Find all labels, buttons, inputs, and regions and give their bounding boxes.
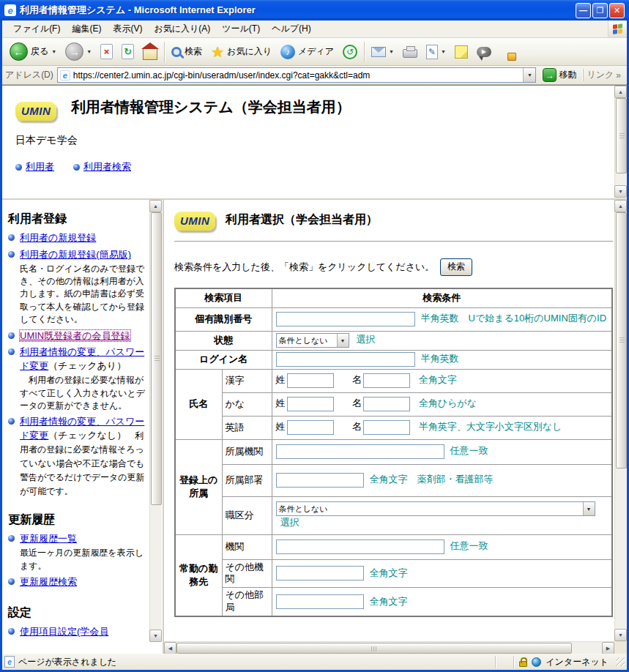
bullet-icon	[8, 348, 15, 355]
close-button[interactable]: ✕	[609, 3, 625, 18]
sub-label-workplace-institution: 機関	[222, 534, 272, 559]
job-category-select[interactable]: 条件としない▼	[276, 501, 595, 516]
other-institution-input[interactable]	[276, 566, 364, 580]
address-dropdown-button[interactable]: ▼	[523, 68, 535, 82]
scroll-down-button[interactable]: ▼	[614, 629, 627, 641]
menu-edit[interactable]: 編集(E)	[67, 20, 106, 37]
links-chevron-icon: »	[616, 70, 621, 81]
status-select-link[interactable]: 選択	[356, 334, 375, 345]
table-row: 英語 姓 名 半角英字、大文字小文字区別なし	[175, 416, 612, 439]
status-select[interactable]: 条件としない▼	[276, 333, 349, 348]
scroll-down-button[interactable]: ▼	[614, 185, 627, 198]
affiliation-department-input[interactable]	[276, 473, 364, 488]
menu-file[interactable]: ファイル(F)	[8, 20, 65, 37]
english-givenname-input[interactable]	[363, 420, 410, 435]
scrollbar-thumb[interactable]	[176, 643, 572, 654]
sidebar-frame: 利用者登録 利用者の新規登録 利用者の新規登録(簡易版) 氏名・ログイン名のみで…	[2, 200, 162, 654]
window-title: 利用者情報管理システム - Microsoft Internet Explore…	[20, 4, 576, 17]
mail-button[interactable]: ▼	[367, 40, 398, 64]
go-arrow-icon: →	[543, 68, 557, 82]
menu-bar: ファイル(F) 編集(E) 表示(V) お気に入り(A) ツール(T) ヘルプ(…	[2, 20, 627, 38]
menu-favorites[interactable]: お気に入り(A)	[149, 20, 215, 37]
print-button[interactable]	[398, 40, 422, 64]
new-registration-simple-link[interactable]: 利用者の新規登録(簡易版)	[20, 249, 131, 260]
media-button[interactable]: ♪ メディア	[276, 40, 338, 64]
go-button[interactable]: → 移動	[540, 67, 579, 83]
field-hint: 半角英字、大文字小文字区別なし	[419, 421, 562, 432]
umin-member-registration-link[interactable]: UMIN既登録者の会員登録	[20, 330, 130, 341]
workplace-institution-input[interactable]	[276, 540, 444, 554]
forward-button[interactable]: → ▼	[61, 40, 96, 64]
discuss-button[interactable]	[450, 40, 472, 64]
favorites-button[interactable]: ★ お気に入り	[206, 40, 276, 64]
kanji-givenname-input[interactable]	[363, 373, 410, 388]
scroll-up-button[interactable]: ▲	[614, 200, 627, 212]
msn-button[interactable]	[496, 40, 519, 64]
table-row: 個有識別番号 半角英数 Uで始まる10桁のUMIN固有のID	[175, 307, 612, 331]
page-favicon-icon: e	[60, 70, 70, 81]
maximize-button[interactable]: ❐	[592, 3, 608, 18]
scrollbar-thumb[interactable]	[616, 98, 627, 173]
row-label-affiliation: 登録上の所属	[175, 439, 222, 534]
sub-label-kanji: 漢字	[222, 369, 272, 392]
menu-tools[interactable]: ツール(T)	[217, 20, 265, 37]
nav-users-link[interactable]: 利用者	[26, 160, 54, 173]
home-button[interactable]	[138, 40, 162, 64]
history-button[interactable]: ↺	[338, 40, 362, 64]
search-button[interactable]: 検索	[167, 40, 206, 64]
print-icon	[403, 49, 417, 58]
links-toolbar[interactable]: リンク »	[583, 69, 624, 81]
sidebar-scrollbar[interactable]: ▲ ▼	[149, 200, 162, 642]
chevron-down-icon: ▼	[337, 334, 349, 347]
scroll-up-button[interactable]: ▲	[149, 200, 162, 212]
bullet-icon	[8, 578, 15, 585]
login-name-input[interactable]	[276, 352, 415, 367]
resize-grip[interactable]	[616, 657, 625, 666]
minimize-button[interactable]: —	[576, 3, 591, 18]
menu-help[interactable]: ヘルプ(H)	[267, 20, 316, 37]
history-search-link[interactable]: 更新履歴検索	[20, 576, 77, 587]
job-category-select-link[interactable]: 選択	[280, 517, 299, 528]
back-button[interactable]: ← 戻る ▼	[5, 40, 61, 64]
sidebar-heading-history: 更新履歴	[8, 512, 146, 528]
kana-givenname-input[interactable]	[363, 397, 410, 411]
main-horizontal-scrollbar[interactable]: ◀ ▶	[164, 641, 614, 654]
field-hint: 全角文字	[370, 596, 408, 607]
scrollbar-thumb[interactable]	[616, 212, 627, 468]
messenger-icon: ▶	[477, 47, 491, 57]
item-description: 氏名・ログイン名のみで登録でき、その他の情報は利用者が入力します。紙の申請書は必…	[20, 263, 146, 326]
refresh-button[interactable]: ↻	[117, 40, 138, 64]
history-list-link[interactable]: 更新履歴一覧	[20, 533, 77, 544]
scroll-left-button[interactable]: ◀	[164, 642, 176, 654]
other-bureau-input[interactable]	[276, 594, 364, 609]
scrollbar-thumb[interactable]	[151, 212, 162, 505]
scroll-right-button[interactable]: ▶	[602, 642, 614, 654]
address-input[interactable]: e https://center2.umin.ac.jp/cgi-bin/use…	[57, 67, 537, 83]
title-bar: e 利用者情報管理システム - Microsoft Internet Explo…	[0, 0, 629, 20]
table-row: 常勤の勤務先 機関 任意一致	[175, 534, 612, 559]
search-submit-button[interactable]: 検索	[440, 258, 472, 276]
stop-button[interactable]: ×	[96, 40, 117, 64]
status-message: ページが表示されました	[18, 656, 116, 668]
field-hint: 全角文字 薬剤部・看護部等	[370, 474, 494, 485]
english-surname-input[interactable]	[287, 420, 334, 435]
nav-user-search-link[interactable]: 利用者検索	[83, 160, 131, 173]
used-field-settings-link[interactable]: 使用項目設定(学会員	[20, 626, 108, 637]
scroll-down-button[interactable]: ▼	[149, 630, 162, 642]
uid-input[interactable]	[276, 312, 415, 326]
status-pane	[496, 656, 513, 668]
messenger-button[interactable]: ▶	[472, 40, 496, 64]
main-vertical-scrollbar[interactable]: ▲ ▼	[614, 200, 627, 641]
sidebar-item-history-list: 更新履歴一覧 最近一ヶ月の更新履歴を表示します。	[8, 532, 146, 572]
kanji-surname-input[interactable]	[287, 373, 334, 388]
header-frame: UMIN 利用者情報管理システム（学会担当者用） 日本デモ学会 利用者 利用者検…	[2, 86, 627, 198]
sidebar-item-used-field-settings: 使用項目設定(学会員	[8, 625, 146, 639]
edit-button[interactable]: ✎ ▼	[422, 40, 450, 64]
kana-surname-input[interactable]	[287, 397, 334, 411]
header-frame-scrollbar[interactable]: ▲ ▼	[614, 86, 627, 198]
affiliation-institution-input[interactable]	[276, 444, 444, 459]
search-icon	[171, 47, 182, 57]
new-registration-link[interactable]: 利用者の新規登録	[20, 232, 96, 243]
menu-view[interactable]: 表示(V)	[108, 20, 147, 37]
scroll-up-button[interactable]: ▲	[614, 86, 627, 98]
